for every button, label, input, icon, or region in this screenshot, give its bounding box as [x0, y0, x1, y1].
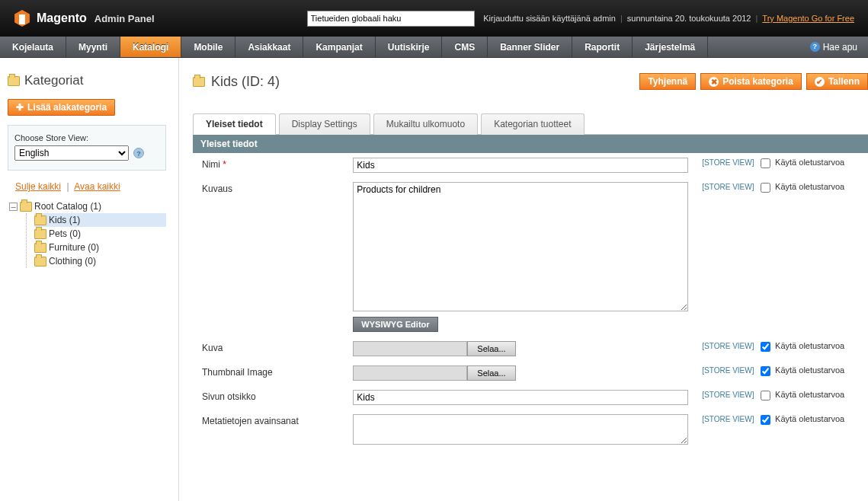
- tree-node-label: Clothing (0): [49, 256, 96, 266]
- tab-0[interactable]: Yleiset tiedot: [193, 113, 276, 135]
- save-category-button[interactable]: ✔Tallenn: [806, 73, 868, 90]
- category-tree: – Root Catalog (1) Kids (1)Pets (0)Furni…: [9, 199, 166, 268]
- check-icon: ✔: [815, 77, 825, 87]
- scope-label: [STORE VIEW]: [702, 415, 754, 423]
- field-row-thumbnail: Thumbnail Image Selaa... [STORE VIEW] Kä…: [193, 361, 868, 385]
- use-default-label: Käytä oletustarvoa: [775, 158, 844, 167]
- tree-node[interactable]: Furniture (0): [34, 241, 166, 254]
- plus-icon: ✚: [16, 102, 24, 113]
- tab-1[interactable]: Display Settings: [279, 113, 370, 135]
- folder-icon: [193, 77, 205, 87]
- image-browse-button[interactable]: Selaa...: [467, 341, 515, 356]
- header-date: sunnuntaina 20. toukokuuta 2012: [627, 14, 751, 23]
- folder-icon: [20, 202, 32, 212]
- meta-keywords-textarea[interactable]: [353, 414, 688, 445]
- add-subcategory-label: Lisää alakategoria: [27, 102, 107, 113]
- nav-item-kampanjat[interactable]: Kampanjat: [303, 37, 375, 57]
- nav-item-katalogi[interactable]: Katalogi: [120, 37, 181, 57]
- use-default-checkbox[interactable]: [761, 342, 770, 352]
- page-title-input[interactable]: [353, 390, 688, 405]
- tree-node[interactable]: Pets (0): [34, 227, 166, 241]
- separator: |: [620, 14, 623, 23]
- thumbnail-browse-button[interactable]: Selaa...: [467, 365, 515, 381]
- field-row-page-title: Sivun otsikko [STORE VIEW] Käytä oletust…: [193, 385, 868, 410]
- info-icon[interactable]: ?: [133, 148, 144, 158]
- thumbnail-file-display: [353, 365, 467, 381]
- use-default-checkbox[interactable]: [761, 391, 770, 400]
- nav-item-uutiskirje[interactable]: Uutiskirje: [376, 37, 443, 57]
- tree-node-label: Furniture (0): [49, 242, 99, 253]
- main-nav: KojelautaMyyntiKatalogiMobileAsiakkaatKa…: [0, 37, 868, 58]
- image-file-display: [353, 341, 467, 356]
- description-textarea[interactable]: Products for children: [353, 182, 688, 311]
- header-right: Kirjauduttu sisään käyttäjänä admin | su…: [483, 14, 854, 23]
- nav-help[interactable]: ? Hae apu: [799, 37, 868, 57]
- page-title: Kids (ID: 4): [211, 74, 280, 90]
- global-search-input[interactable]: [307, 11, 475, 27]
- use-default-checkbox[interactable]: [761, 366, 770, 376]
- field-label: Kuva: [202, 343, 223, 353]
- folder-icon: [34, 215, 46, 225]
- page-header: Kids (ID: 4) Tyhjennä ✖Poista kategoria …: [193, 73, 868, 90]
- wysiwyg-button[interactable]: WYSIWYG Editor: [353, 317, 437, 332]
- nav-help-label: Hae apu: [823, 37, 857, 58]
- store-view-box: Choose Store View: English ?: [8, 125, 166, 171]
- collapse-toggle-icon[interactable]: –: [9, 203, 18, 211]
- promo-link[interactable]: Try Magento Go for Free: [762, 14, 854, 23]
- use-default-label: Käytä oletustarvoa: [775, 182, 844, 191]
- use-default-label: Käytä oletustarvoa: [775, 365, 844, 375]
- tree-node[interactable]: Clothing (0): [34, 254, 166, 268]
- expand-all-link[interactable]: Avaa kaikki: [74, 181, 120, 192]
- tree-root-node[interactable]: – Root Catalog (1): [9, 199, 166, 213]
- tab-bar: Yleiset tiedotDisplay SettingsMukailtu u…: [193, 113, 868, 135]
- folder-icon: [34, 229, 46, 239]
- field-label: Thumbnail Image: [202, 367, 273, 378]
- field-label: Metatietojen avainsanat: [202, 416, 299, 426]
- folder-icon: [34, 257, 46, 266]
- nav-item-järjestelmä[interactable]: Järjestelmä: [633, 37, 708, 57]
- reset-button[interactable]: Tyhjennä: [639, 73, 696, 90]
- scope-label: [STORE VIEW]: [702, 183, 754, 191]
- nav-item-banner slider[interactable]: Banner Slider: [488, 37, 572, 57]
- form-table: Nimi * [STORE VIEW] Käytä oletustarvoa K…: [193, 153, 868, 452]
- add-subcategory-button[interactable]: ✚ Lisää alakategoria: [8, 99, 115, 116]
- required-mark: *: [223, 159, 226, 170]
- field-row-description: Kuvaus Products for children WYSIWYG Edi…: [193, 177, 868, 337]
- tab-3[interactable]: Kategorian tuotteet: [481, 113, 584, 135]
- field-row-image: Kuva Selaa... [STORE VIEW] Käytä oletust…: [193, 337, 868, 361]
- use-default-label: Käytä oletustarvoa: [775, 341, 844, 350]
- logo: Magento Admin Panel: [14, 10, 155, 27]
- page-actions: Tyhjennä ✖Poista kategoria ✔Tallenn: [639, 73, 868, 90]
- use-default-checkbox[interactable]: [761, 158, 770, 168]
- nav-item-cms[interactable]: CMS: [442, 37, 488, 57]
- folder-icon: [34, 243, 46, 253]
- use-default-label: Käytä oletustarvoa: [775, 414, 844, 423]
- nav-item-kojelauta[interactable]: Kojelauta: [0, 37, 66, 57]
- field-row-meta-keywords: Metatietojen avainsanat [STORE VIEW] Käy…: [193, 410, 868, 452]
- nav-item-myynti[interactable]: Myynti: [66, 37, 120, 57]
- use-default-checkbox[interactable]: [761, 183, 770, 193]
- store-view-select[interactable]: English: [14, 145, 129, 161]
- separator: |: [756, 14, 758, 23]
- tree-node[interactable]: Kids (1): [34, 213, 166, 227]
- nav-item-asiakkaat[interactable]: Asiakkaat: [235, 37, 303, 57]
- delete-category-button[interactable]: ✖Poista kategoria: [700, 73, 802, 90]
- separator: |: [66, 181, 69, 192]
- use-default-label: Käytä oletustarvoa: [775, 390, 844, 399]
- scope-label: [STORE VIEW]: [702, 342, 754, 350]
- help-icon: ?: [810, 42, 820, 52]
- folder-icon: [8, 76, 20, 86]
- section-header: Yleiset tiedot: [193, 135, 868, 153]
- collapse-all-link[interactable]: Sulje kaikki: [15, 181, 61, 192]
- scope-label: [STORE VIEW]: [702, 158, 754, 167]
- nav-item-mobile[interactable]: Mobile: [181, 37, 235, 57]
- use-default-checkbox[interactable]: [761, 415, 770, 425]
- main-content: Kids (ID: 4) Tyhjennä ✖Poista kategoria …: [178, 58, 868, 501]
- tree-node-label: Kids (1): [49, 215, 80, 225]
- sidebar-title: Kategoriat: [24, 73, 84, 88]
- nav-item-raportit[interactable]: Raportit: [572, 37, 633, 57]
- name-input[interactable]: [353, 158, 688, 173]
- tab-2[interactable]: Mukailtu ulkomuoto: [373, 113, 478, 135]
- magento-logo-icon: [14, 10, 30, 27]
- logo-subtitle: Admin Panel: [94, 13, 155, 24]
